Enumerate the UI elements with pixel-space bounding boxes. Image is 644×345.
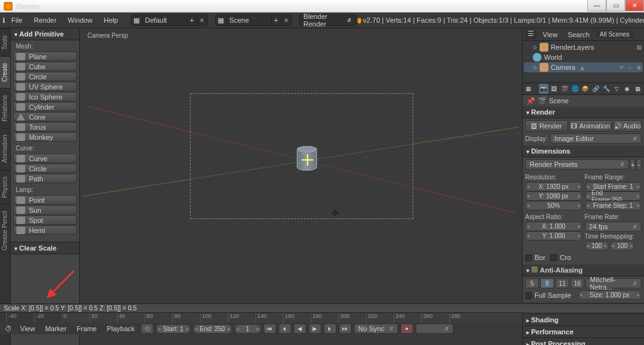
jump-start-button[interactable]: ⏮ [264,324,276,334]
resolution-x-field[interactable]: X: 1920 px [525,182,582,191]
add-plane-button[interactable]: Plane [13,52,77,61]
render-presets-dropdown[interactable]: Render Presets [525,159,629,169]
tab-create[interactable]: Create [0,56,10,88]
layout-delete-button[interactable]: × [197,16,207,24]
context-data-icon[interactable]: ▽ [612,84,622,94]
add-sun-button[interactable]: Sun [13,205,77,215]
tab-animation[interactable]: Animation [0,128,10,169]
context-material-icon[interactable]: ◉ [623,84,633,94]
pin-icon[interactable]: 📌 [526,97,535,105]
add-curve-button[interactable]: Curve [13,154,77,163]
use-preview-range-button[interactable]: ⏲ [141,324,153,334]
aa-11-button[interactable]: 11 [555,278,569,288]
scene-add-button[interactable]: + [271,16,281,24]
end-frame-field[interactable]: End: 250 [193,324,232,334]
menu-render[interactable]: Render [29,14,62,26]
restrict-select-icon[interactable]: ▹ [626,64,634,71]
restrict-view-icon[interactable]: 👁 [618,64,625,71]
aa-filter-dropdown[interactable]: Mitchell-Netra... [586,278,641,288]
aa-8-button[interactable]: 8 [540,278,554,288]
add-curve-circle-button[interactable]: Circle [13,164,77,173]
add-cylinder-button[interactable]: Cylinder [13,102,77,111]
outliner-item-renderlayers[interactable]: ○RenderLayers▦ [524,42,643,52]
outliner-item-camera[interactable]: ○Camera▵👁▹◉ [524,62,643,72]
timeline-menu-marker[interactable]: Marker [42,324,70,334]
crop-checkbox[interactable]: Cro [550,252,571,263]
keyframe-next-button[interactable]: ⏵ [324,324,336,334]
frame-end-field[interactable]: End Frame:250 [585,191,642,201]
sync-mode-dropdown[interactable]: No Sync [354,324,398,334]
add-cone-button[interactable]: Cone [13,112,77,122]
tab-grease-pencil[interactable]: Grease Pencil [0,204,10,257]
play-reverse-button[interactable]: ◀ [294,324,306,334]
aspect-y-field[interactable]: Y: 1.000 [525,231,582,240]
add-hemi-button[interactable]: Hemi [13,225,77,235]
tab-physics[interactable]: Physics [0,169,10,204]
scene-name-input[interactable] [227,16,271,24]
aa-16-button[interactable]: 16 [570,278,584,288]
display-mode-dropdown[interactable]: Image Editor [550,133,641,144]
remap-old-field[interactable]: 100 [585,241,609,251]
context-world-icon[interactable]: 🌐 [570,84,580,94]
context-object-icon[interactable]: 📦 [580,84,591,94]
scene-link-icon[interactable]: 🎬 [538,97,547,105]
restrict-render-icon[interactable]: ◉ [635,64,643,71]
context-modifiers-icon[interactable]: 🔧 [601,84,611,94]
scene-selector[interactable]: ▦ + × [215,14,292,26]
timeline-menu-frame[interactable]: Frame [73,324,101,334]
menu-help[interactable]: Help [99,14,123,26]
screen-layout-selector[interactable]: ▦ + × [131,14,208,26]
render-audio-button[interactable]: 🔊 Audio [613,120,641,132]
outliner-menu-search[interactable]: Search [564,30,594,40]
outliner-menu-view[interactable]: View [539,30,562,40]
keying-set-dropdown[interactable] [416,324,453,334]
menu-window[interactable]: Window [63,14,97,26]
3d-viewport[interactable]: Camera Persp ✥ z y x (1) Cylinder [80,28,522,345]
tab-relations[interactable]: Relations [0,88,10,128]
scene-browse-icon[interactable]: ▦ [216,16,227,25]
layout-add-button[interactable]: + [187,16,197,24]
render-button[interactable]: 🖼 Render [525,120,568,132]
context-render-icon[interactable]: 📷 [539,84,549,94]
maximize-button[interactable]: ▭ [606,0,625,11]
preset-remove-button[interactable]: − [636,159,641,171]
timeline-editor-icon[interactable]: ⏱ [3,325,14,332]
outliner-editor-icon[interactable]: ☰ [525,30,536,40]
cylinder-object[interactable] [297,148,317,173]
border-checkbox[interactable]: Bor [525,252,545,263]
add-cube-button[interactable]: Cube [13,62,77,71]
performance-panel-header[interactable]: Performance [523,326,644,338]
context-texture-icon[interactable]: ▦ [633,84,643,94]
add-path-button[interactable]: Path [13,174,77,183]
context-renderlayers-icon[interactable]: 🖼 [549,84,559,94]
add-primitive-header[interactable]: Add Primitive [11,28,79,40]
scene-delete-button[interactable]: × [281,16,291,24]
add-circle-button[interactable]: Circle [13,72,77,81]
postprocessing-panel-header[interactable]: Post Processing [523,338,644,345]
outliner-item-world[interactable]: World [524,52,643,62]
play-button[interactable]: ▶ [309,324,321,334]
aa-size-field[interactable]: Size: 1.000 px [578,290,642,300]
full-sample-checkbox[interactable]: Full Sample [525,290,575,300]
close-button[interactable]: ✕ [625,0,644,11]
timeline-ruler[interactable]: -40-200204060801001201401601802002202402… [0,313,522,323]
aa-panel-header[interactable]: Anti-Aliasing [523,264,644,276]
timeline-menu-playback[interactable]: Playback [103,324,139,334]
aa-5-button[interactable]: 5 [525,278,539,288]
framerate-dropdown[interactable]: 24 fps [585,222,642,232]
properties-editor-icon[interactable]: ▦ [524,84,534,94]
context-constraints-icon[interactable]: 🔗 [591,84,601,94]
timeline-menu-view[interactable]: View [16,324,39,334]
last-operator-header[interactable]: Clear Scale [11,242,79,254]
context-scene-icon[interactable]: 🎬 [560,84,570,94]
editor-type-icon[interactable]: ℹ [3,16,5,25]
remap-new-field[interactable]: 100 [610,241,635,251]
start-frame-field[interactable]: Start: 1 [156,324,190,334]
render-animation-button[interactable]: 🎞 Animation [569,120,612,132]
add-uvsphere-button[interactable]: UV Sphere [13,82,77,91]
jump-end-button[interactable]: ⏭ [339,324,352,334]
aspect-x-field[interactable]: X: 1.000 [525,222,582,231]
layout-browse-icon[interactable]: ▦ [131,16,143,25]
preset-add-button[interactable]: + [630,159,635,171]
minimize-button[interactable]: — [587,0,606,11]
